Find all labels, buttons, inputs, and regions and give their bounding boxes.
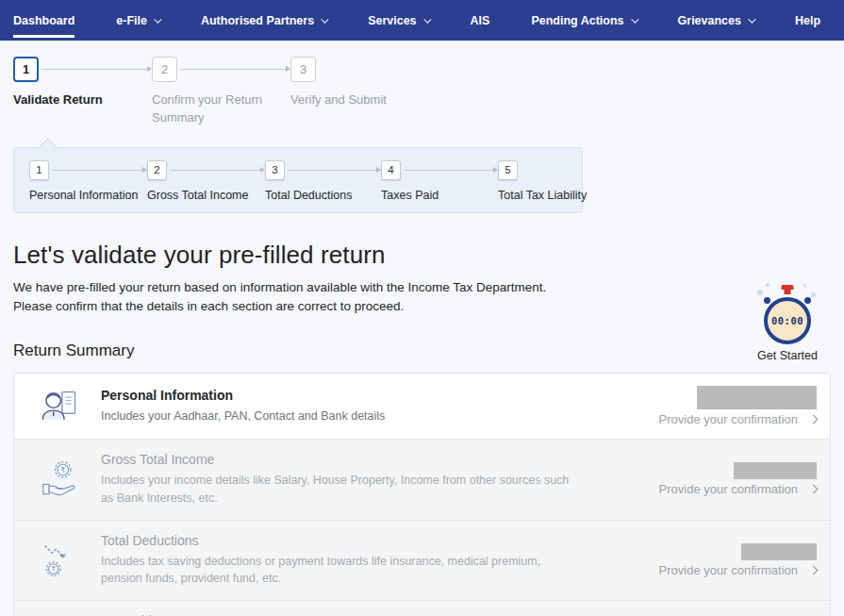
step-connector-line (180, 69, 290, 70)
substep-connector-line (170, 170, 264, 171)
return-filing-stepper: 1 Validate Return 2 Confirm your Return … (13, 56, 831, 127)
redacted-value (697, 386, 817, 409)
card-gross-total-income[interactable]: ₹ Gross Total Income Includes your incom… (14, 439, 830, 520)
nav-label: Authorised Partners (201, 14, 314, 27)
nav-item-help[interactable]: Help (795, 0, 820, 41)
nav-item-grievances[interactable]: Grievances (678, 0, 753, 41)
nav-label: Dashboard (13, 14, 74, 27)
declining-arrow-rupee-icon: ₹ (39, 541, 82, 580)
nav-item-ais[interactable]: AIS (471, 0, 490, 41)
step-connector-line (41, 69, 151, 70)
nav-item-efile[interactable]: e-File (116, 0, 159, 41)
card-description: Includes your income details like Salary… (101, 472, 577, 508)
step-number-box: 3 (290, 57, 316, 82)
nav-label: Help (795, 14, 820, 27)
svg-text:₹: ₹ (60, 467, 65, 475)
substep-number-box: 2 (147, 160, 167, 180)
substep-gross-total-income: 2 Gross Total Income (147, 160, 265, 202)
chevron-right-icon[interactable] (809, 565, 819, 574)
redacted-value (741, 543, 817, 560)
hand-rupee-coin-icon: ₹ (39, 459, 82, 499)
confirmation-action-label: Provide your confirmation (659, 412, 798, 426)
substep-label: Gross Total Income (147, 189, 265, 202)
svg-text:₹: ₹ (51, 565, 56, 574)
card-status: Provide your confirmation (604, 386, 817, 426)
nav-label: Services (368, 14, 416, 27)
card-status: Provide your confirmation (604, 543, 817, 577)
card-title: Total Deductions (101, 533, 604, 548)
substep-label: Total Deductions (265, 189, 381, 202)
substep-number-box: 3 (265, 160, 285, 180)
stepper-step-confirm-summary: 2 Confirm your Return Summary (152, 56, 290, 127)
chevron-down-icon (154, 15, 161, 23)
nav-label: Grievances (678, 14, 741, 27)
substep-connector-line (404, 170, 497, 171)
stopwatch-icon: 00:00 (757, 282, 818, 344)
timer-value: 00:00 (771, 315, 803, 326)
card-title: Gross Total Income (101, 452, 604, 467)
confirmation-action-label: Provide your confirmation (659, 482, 798, 496)
top-navigation: Dashboard e-File Authorised Partners Ser… (0, 0, 844, 41)
chevron-down-icon (321, 15, 328, 23)
card-description: Includes your Aadhaar, PAN, Contact and … (101, 408, 577, 425)
nav-label: AIS (471, 14, 490, 27)
nav-label: e-File (116, 14, 147, 27)
chevron-down-icon (423, 15, 431, 23)
page-title: Let's validate your pre-filled return (13, 241, 831, 270)
step-label: Confirm your Return Summary (152, 92, 271, 127)
card-text: Gross Total Income Includes your income … (101, 452, 604, 508)
page-description: We have pre-filled your return based on … (13, 278, 555, 317)
person-document-icon (39, 388, 82, 425)
card-tax-paid[interactable]: TAX Tax Paid Includes details of taxes d… (14, 600, 830, 616)
stepper-step-validate-return: 1 Validate Return (13, 56, 152, 127)
step-number-box: 2 (152, 57, 177, 82)
substep-number-box: 1 (29, 160, 49, 180)
session-timer: 00:00 Get Started (753, 282, 821, 362)
return-summary-list: Personal Information Includes your Aadha… (13, 373, 831, 616)
chevron-right-icon[interactable] (809, 485, 819, 494)
substep-label: Taxes Paid (381, 189, 498, 202)
card-title: Personal Information (101, 388, 604, 403)
page-content: 1 Validate Return 2 Confirm your Return … (0, 56, 844, 616)
substep-label: Total Tax Liability (498, 189, 587, 202)
substep-connector-line (52, 170, 146, 171)
card-text: Total Deductions Includes tax saving ded… (101, 533, 604, 589)
substep-number-box: 4 (381, 160, 401, 180)
substep-taxes-paid: 4 Taxes Paid (381, 160, 498, 202)
card-total-deductions[interactable]: ₹ Total Deductions Includes tax saving d… (14, 520, 830, 601)
redacted-value (734, 462, 817, 479)
substep-number-box: 5 (498, 160, 518, 180)
chevron-right-icon[interactable] (809, 415, 819, 425)
substep-personal-information: 1 Personal Information (29, 160, 147, 202)
nav-item-pending-actions[interactable]: Pending Actions (531, 0, 636, 41)
card-description: Includes tax saving deductions or paymen… (101, 553, 577, 589)
card-status: Provide your confirmation (604, 462, 817, 496)
substep-total-tax-liability: 5 Total Tax Liability (498, 160, 587, 202)
confirmation-action-label: Provide your confirmation (659, 563, 798, 577)
substep-total-deductions: 3 Total Deductions (265, 160, 381, 202)
step-label: Validate Return (13, 92, 132, 109)
card-personal-information[interactable]: Personal Information Includes your Aadha… (14, 374, 830, 439)
substep-connector-line (288, 170, 380, 171)
chevron-down-icon (631, 15, 638, 23)
stepper-step-verify-submit: 3 Verify and Submit (290, 56, 831, 127)
timer-label: Get Started (753, 349, 821, 362)
validate-return-substepper: 1 Personal Information 2 Gross Total Inc… (13, 147, 583, 213)
step-label: Verify and Submit (290, 92, 409, 109)
step-number-box: 1 (13, 57, 39, 82)
substep-label: Personal Information (29, 189, 147, 202)
return-summary-heading: Return Summary (13, 341, 831, 360)
nav-item-authorised-partners[interactable]: Authorised Partners (201, 0, 326, 41)
card-text: Personal Information Includes your Aadha… (101, 388, 604, 425)
nav-label: Pending Actions (531, 14, 623, 27)
chevron-down-icon (748, 15, 755, 23)
nav-item-services[interactable]: Services (368, 0, 428, 41)
nav-item-dashboard[interactable]: Dashboard (13, 0, 74, 41)
